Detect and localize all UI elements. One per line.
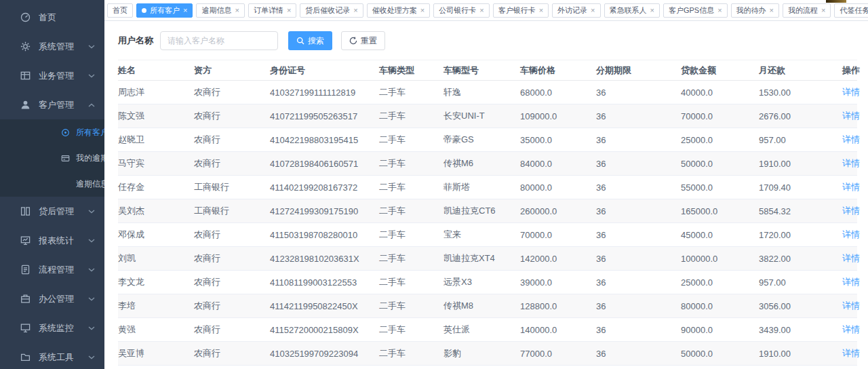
sidebar-item-home[interactable]: 首页: [0, 3, 104, 32]
search-button[interactable]: 搜索: [288, 31, 332, 50]
cell-vehicle-price: 140000.0: [520, 318, 596, 342]
cell-vehicle-price: 128800.0: [520, 294, 596, 318]
cell-vehicle-price: 35000.0: [520, 128, 596, 152]
search-icon: [296, 37, 304, 45]
tab-label: 客户银行卡: [498, 5, 536, 16]
tab-label: 我的流程: [788, 5, 818, 16]
table-row: 吴刘杰工商银行412724199309175190二手车凯迪拉克CT626000…: [118, 199, 857, 223]
cell-vehicle-model: 凯迪拉克CT6: [443, 199, 520, 223]
cell-id-number: 412724199309175190: [270, 199, 379, 223]
detail-link[interactable]: 详情: [842, 229, 860, 239]
tab-overdue-info[interactable]: 逾期信息×: [196, 3, 244, 18]
cell-vehicle-type: 二手车: [379, 271, 443, 294]
detail-link[interactable]: 详情: [842, 182, 860, 192]
cell-vehicle-type: 二手车: [379, 366, 443, 369]
component-icon: [61, 128, 70, 137]
cell-vehicle-model: 宝来: [443, 223, 520, 247]
close-icon[interactable]: ×: [539, 7, 543, 14]
tab-my-process[interactable]: 我的流程×: [783, 3, 831, 18]
close-icon[interactable]: ×: [770, 7, 774, 14]
cell-loan-amount: 45000.0: [681, 223, 759, 247]
reset-button[interactable]: 重置: [341, 31, 385, 50]
sidebar-item-post-loan-management[interactable]: 贷后管理: [0, 197, 104, 226]
tab-company-bank-card[interactable]: 公司银行卡×: [433, 3, 489, 18]
sidebar-item-label: 系统监控: [39, 322, 88, 334]
chevron-down-icon: [88, 355, 95, 360]
close-icon[interactable]: ×: [717, 7, 722, 14]
sidebar-item-business-management[interactable]: 业务管理: [0, 61, 104, 90]
sidebar-item-label: 客户管理: [39, 99, 88, 111]
sidebar-item-label: 办公管理: [39, 293, 88, 305]
cell-term: 36: [596, 223, 681, 247]
tab-proxy-sign-tasks[interactable]: 代签任务×: [834, 3, 868, 18]
customers-table: 姓名资方身份证号车辆类型车辆型号车辆价格分期期限贷款金额月还款操作 周志洋农商行…: [118, 60, 857, 369]
sidebar-item-customer-management[interactable]: 客户管理: [0, 90, 104, 119]
cell-capital: 工商银行: [194, 199, 270, 223]
cell-vehicle-model: 影豹: [443, 342, 520, 366]
close-icon[interactable]: ×: [650, 7, 654, 14]
detail-link[interactable]: 详情: [842, 277, 860, 287]
close-icon[interactable]: ×: [353, 7, 357, 14]
sidebar-item-all-customers[interactable]: 所有客户: [0, 119, 104, 145]
tab-home[interactable]: 首页: [107, 3, 133, 18]
cell-term: 36: [596, 247, 681, 271]
search-toolbar: 用户名称 搜索 重置: [118, 31, 857, 50]
tab-customer-gps-info[interactable]: 客户GPS信息×: [663, 3, 728, 18]
detail-link[interactable]: 详情: [842, 324, 860, 334]
sidebar-item-label: 贷后管理: [39, 206, 88, 218]
sidebar-item-system-tools[interactable]: 系统工具: [0, 343, 104, 369]
close-icon[interactable]: ×: [420, 7, 425, 14]
tab-post-loan-collection-records[interactable]: 贷后催收记录×: [300, 3, 363, 18]
cell-capital: 农商行: [194, 128, 270, 152]
table-row: 邓保成农商行411503198708280010二手车宝来70000.03645…: [118, 223, 857, 247]
sidebar-item-report-statistics[interactable]: 报表统计: [0, 226, 104, 255]
column-header: 操作: [842, 60, 857, 81]
sidebar-item-system-monitor[interactable]: 系统监控: [0, 313, 104, 343]
cell-term: 36: [596, 81, 681, 104]
sidebar-item-system-management[interactable]: 系统管理: [0, 32, 104, 61]
table-row: 黄强农商行41152720000215809X二手车英仕派140000.0369…: [118, 318, 857, 342]
tab-my-todo[interactable]: 我的待办×: [731, 3, 779, 18]
tab-bar: 首页所有客户×逾期信息×订单详情×贷后催收记录×催收处理方案×公司银行卡×客户银…: [104, 0, 868, 21]
close-icon[interactable]: ×: [591, 7, 595, 14]
close-icon[interactable]: ×: [821, 7, 825, 14]
close-icon[interactable]: ×: [235, 7, 239, 14]
tab-field-visit-records[interactable]: 外访记录×: [552, 3, 600, 18]
detail-link[interactable]: 详情: [842, 87, 860, 97]
cell-action: 详情: [842, 104, 857, 128]
sidebar-item-label: 系统工具: [39, 351, 88, 364]
cell-id-number: 411081199003122553: [270, 271, 379, 294]
detail-link[interactable]: 详情: [842, 253, 860, 263]
tab-collection-plan[interactable]: 催收处理方案×: [367, 3, 430, 18]
detail-link[interactable]: 详情: [842, 206, 860, 216]
cell-vehicle-price: 80000.0: [520, 176, 596, 199]
tab-all-customers[interactable]: 所有客户×: [136, 3, 193, 18]
detail-link[interactable]: 详情: [842, 134, 860, 144]
tab-order-details[interactable]: 订单详情×: [248, 3, 296, 18]
cell-capital: 农商行: [194, 152, 270, 176]
search-button-label: 搜索: [308, 35, 324, 47]
close-icon[interactable]: ×: [479, 7, 484, 14]
close-icon[interactable]: ×: [287, 7, 291, 14]
cell-vehicle-type: 二手车: [379, 199, 443, 223]
sidebar-item-office-management[interactable]: 办公管理: [0, 284, 104, 313]
detail-link[interactable]: 详情: [842, 300, 860, 311]
user-icon: [20, 100, 31, 110]
tab-customer-bank-card[interactable]: 客户银行卡×: [493, 3, 549, 18]
detail-link[interactable]: 详情: [842, 348, 860, 358]
detail-link[interactable]: 详情: [842, 158, 860, 168]
sidebar-item-overdue-info[interactable]: 逾期信息: [0, 171, 104, 197]
sidebar-subitem-label: 我的逾期: [76, 153, 104, 164]
cell-monthly-payment: 1709.40: [759, 176, 842, 199]
search-input[interactable]: [160, 31, 278, 50]
close-icon[interactable]: ×: [183, 7, 187, 14]
cell-vehicle-model: 传祺M6: [443, 152, 520, 176]
cell-vehicle-type: 二手车: [379, 223, 443, 247]
sidebar-item-process-management[interactable]: 流程管理: [0, 255, 104, 284]
detail-link[interactable]: 详情: [842, 111, 860, 121]
sidebar-item-my-overdue[interactable]: 我的逾期: [0, 145, 104, 171]
table-row: 吴亚博农商行410325199709223094二手车影豹77000.03650…: [118, 342, 857, 366]
column-header: 车辆型号: [443, 60, 520, 81]
cell-monthly-payment: 1720.00: [759, 223, 842, 247]
tab-emergency-contacts[interactable]: 紧急联系人×: [604, 3, 660, 18]
